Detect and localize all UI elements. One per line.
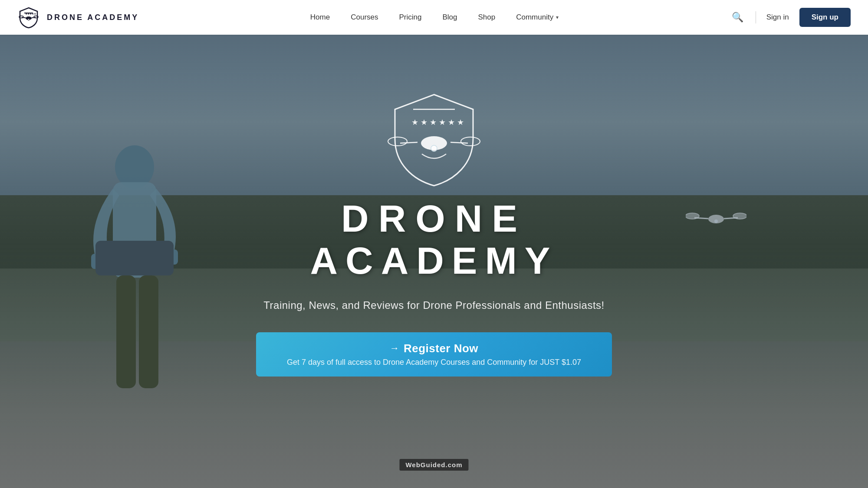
svg-line-23 bbox=[400, 142, 418, 143]
svg-text:★★★★★★: ★★★★★★ bbox=[411, 118, 466, 127]
hero-content: ★★★★★★ DRONE ACADEMY Training, News, and… bbox=[0, 35, 868, 377]
navbar-nav: Home Courses Pricing Blog Shop Community… bbox=[310, 13, 559, 22]
logo-text: DRONE ACADEMY bbox=[47, 13, 139, 22]
svg-point-6 bbox=[28, 19, 30, 20]
hero-subtitle: Training, News, and Reviews for Drone Pr… bbox=[263, 299, 604, 311]
signin-link[interactable]: Sign in bbox=[766, 13, 789, 22]
search-icon: 🔍 bbox=[732, 12, 743, 23]
svg-point-24 bbox=[388, 137, 407, 146]
navbar-actions: 🔍 Sign in Sign up bbox=[730, 8, 851, 27]
navbar: ★★★★★ DRONE ACADEMY Home Courses Pricing… bbox=[0, 0, 868, 35]
search-button[interactable]: 🔍 bbox=[730, 10, 745, 25]
nav-community[interactable]: Community ▾ bbox=[516, 13, 559, 22]
nav-pricing[interactable]: Pricing bbox=[399, 13, 422, 22]
navbar-brand: ★★★★★ DRONE ACADEMY bbox=[17, 6, 139, 29]
nav-blog[interactable]: Blog bbox=[442, 13, 457, 22]
register-now-button[interactable]: → Register Now Get 7 days of full access… bbox=[256, 332, 612, 377]
nav-shop[interactable]: Shop bbox=[478, 13, 496, 22]
arrow-right-icon: → bbox=[390, 343, 399, 354]
hero-emblem: ★★★★★★ bbox=[382, 87, 486, 191]
watermark: WebGuided.com bbox=[399, 459, 468, 471]
logo-icon: ★★★★★ bbox=[17, 6, 40, 29]
chevron-down-icon: ▾ bbox=[556, 14, 559, 20]
cta-main-text: Register Now bbox=[404, 342, 478, 355]
svg-point-26 bbox=[461, 137, 480, 146]
nav-courses[interactable]: Courses bbox=[351, 13, 378, 22]
cta-main-row: → Register Now bbox=[390, 342, 478, 355]
svg-line-25 bbox=[450, 142, 468, 143]
cta-sub-text: Get 7 days of full access to Drone Acade… bbox=[287, 358, 581, 367]
svg-point-28 bbox=[431, 145, 437, 151]
cta-container: → Register Now Get 7 days of full access… bbox=[256, 332, 612, 377]
hero-section: ★★★★★★ DRONE ACADEMY Training, News, and… bbox=[0, 0, 868, 488]
signup-button[interactable]: Sign up bbox=[799, 8, 851, 27]
hero-title: DRONE ACADEMY bbox=[310, 198, 558, 282]
nav-divider bbox=[756, 11, 756, 23]
nav-home[interactable]: Home bbox=[310, 13, 330, 22]
